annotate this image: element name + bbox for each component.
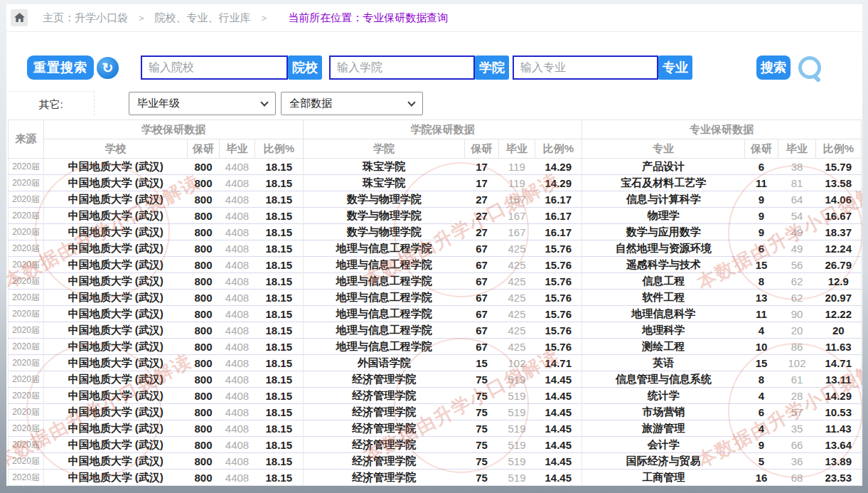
cell-college: 经济管理学院 — [304, 453, 465, 470]
school-search-button[interactable]: 院校 — [288, 55, 322, 80]
table-row: 2020届中国地质大学 (武汉)800440818.15地理与信息工程学院674… — [9, 290, 862, 306]
college-input[interactable] — [329, 55, 475, 80]
cell-school: 中国地质大学 (武汉) — [44, 257, 188, 273]
cell-c_ratio: 14.45 — [535, 420, 582, 437]
cell-major: 会计学 — [582, 437, 745, 453]
table-row: 2020届中国地质大学 (武汉)800440818.15数学与物理学院27167… — [9, 191, 862, 208]
cell-c_ratio: 14.45 — [535, 404, 582, 420]
cell-c_by: 75 — [465, 420, 499, 437]
cell-s_ratio: 18.15 — [255, 388, 304, 404]
cell-m_by: 4 — [745, 388, 778, 404]
cell-source: 2020届 — [9, 355, 44, 371]
cell-m_by: 9 — [745, 191, 778, 208]
cell-c_ratio: 15.76 — [535, 306, 582, 322]
cell-c_ratio: 15.76 — [535, 257, 582, 273]
cell-source: 2020届 — [9, 159, 44, 175]
cell-s_by: 800 — [188, 306, 220, 322]
cell-school: 中国地质大学 (武汉) — [44, 339, 188, 355]
cell-school: 中国地质大学 (武汉) — [44, 159, 188, 175]
table-row: 2020届中国地质大学 (武汉)800440818.15经济管理学院755191… — [9, 388, 862, 404]
cell-college: 数学与物理学院 — [304, 224, 465, 240]
cell-s_ratio: 18.15 — [255, 175, 304, 191]
cell-s_by: 800 — [188, 453, 220, 470]
table-row: 2020届中国地质大学 (武汉)800440818.15地理与信息工程学院674… — [9, 339, 862, 355]
cell-m_bi: 20 — [778, 322, 816, 339]
cell-s_by: 800 — [188, 404, 220, 420]
cell-m_bi: 90 — [778, 306, 816, 322]
cell-s_bi: 4408 — [220, 175, 255, 191]
cell-major: 旅游管理 — [582, 420, 745, 437]
cell-m_bi: 49 — [778, 224, 816, 240]
cell-c_bi: 519 — [499, 437, 535, 453]
refresh-icon[interactable]: ↻ — [97, 57, 119, 79]
cell-s_bi: 4408 — [220, 306, 255, 322]
cell-m_by: 4 — [745, 420, 778, 437]
cell-s_bi: 4408 — [220, 339, 255, 355]
table-row: 2020届中国地质大学 (武汉)800440818.15经济管理学院755191… — [9, 371, 862, 388]
cell-c_ratio: 16.17 — [535, 191, 582, 208]
cell-s_ratio: 18.15 — [255, 240, 304, 257]
table-row: 2020届中国地质大学 (武汉)800440818.15经济管理学院755191… — [9, 420, 862, 437]
cell-c_bi: 167 — [499, 208, 535, 224]
table-row: 2020届中国地质大学 (武汉)800440818.15经济管理学院755191… — [9, 453, 862, 470]
cell-c_by: 15 — [465, 355, 499, 371]
table-row: 2020届中国地质大学 (武汉)800440818.15地理与信息工程学院674… — [9, 322, 862, 339]
cell-s_by: 800 — [188, 470, 220, 486]
cell-school: 中国地质大学 (武汉) — [44, 240, 188, 257]
cell-m_by: 11 — [745, 306, 778, 322]
table-row: 2020届中国地质大学 (武汉)800440818.15外国语学院1510214… — [9, 355, 862, 371]
cell-c_by: 27 — [465, 224, 499, 240]
cell-s_ratio: 18.15 — [255, 339, 304, 355]
header-major-baoyan: 保研 — [745, 139, 778, 159]
cell-school: 中国地质大学 (武汉) — [44, 306, 188, 322]
search-button[interactable]: 搜索 — [756, 55, 791, 80]
cell-m_by: 8 — [745, 371, 778, 388]
cell-m_ratio: 13.64 — [816, 437, 862, 453]
school-input[interactable] — [141, 55, 288, 80]
breadcrumb-home[interactable]: 主页：升学小口袋 — [43, 11, 128, 25]
cell-m_by: 4 — [745, 322, 778, 339]
cell-s_bi: 4408 — [220, 404, 255, 420]
filter-row: 其它: 毕业年级 全部数据 — [8, 91, 862, 116]
cell-s_ratio: 18.15 — [255, 322, 304, 339]
cell-school: 中国地质大学 (武汉) — [44, 175, 188, 191]
header-college-baoyan: 保研 — [465, 139, 499, 159]
table-body: 2020届中国地质大学 (武汉)800440818.15珠宝学院1711914.… — [9, 159, 862, 486]
breadcrumb-current-location: 当前所在位置：专业保研数据查询 — [288, 11, 448, 25]
cell-source: 2020届 — [9, 437, 44, 453]
cell-s_by: 800 — [188, 224, 220, 240]
reset-search-button[interactable]: 重置搜索 — [27, 55, 94, 80]
header-college-biye: 毕业 — [499, 139, 535, 159]
cell-school: 中国地质大学 (武汉) — [44, 224, 188, 240]
cell-s_ratio: 18.15 — [255, 273, 304, 290]
results-table: 来源 学校保研数据 学院保研数据 专业保研数据 学校 保研 毕业 比例% 学院 … — [8, 120, 862, 486]
home-icon[interactable] — [11, 9, 28, 26]
breadcrumb-library[interactable]: 院校、专业、行业库 — [155, 11, 251, 25]
major-input[interactable] — [513, 55, 658, 80]
header-group-school: 学校保研数据 — [44, 120, 304, 139]
college-search-button[interactable]: 学院 — [475, 55, 509, 80]
cell-major: 英语 — [582, 355, 745, 371]
cell-m_bi: 35 — [778, 420, 816, 437]
other-filters-label: 其它: — [8, 91, 95, 116]
cell-c_ratio: 14.45 — [535, 388, 582, 404]
magnifier-icon[interactable] — [797, 55, 823, 80]
major-search-button[interactable]: 专业 — [658, 55, 692, 80]
header-school: 学校 — [44, 139, 188, 159]
cell-major: 宝石及材料工艺学 — [582, 175, 745, 191]
cell-c_bi: 519 — [499, 453, 535, 470]
cell-college: 地理与信息工程学院 — [304, 290, 465, 306]
data-scope-select[interactable]: 全部数据 — [281, 92, 423, 115]
cell-c_bi: 425 — [499, 290, 535, 306]
cell-school: 中国地质大学 (武汉) — [44, 290, 188, 306]
cell-c_bi: 167 — [499, 224, 535, 240]
cell-c_by: 75 — [465, 437, 499, 453]
cell-s_ratio: 18.15 — [255, 453, 304, 470]
cell-m_bi: 49 — [778, 240, 816, 257]
cell-m_by: 6 — [745, 159, 778, 175]
cell-source: 2020届 — [9, 208, 44, 224]
graduation-year-select[interactable]: 毕业年级 — [129, 92, 276, 115]
cell-source: 2020届 — [9, 371, 44, 388]
cell-school: 中国地质大学 (武汉) — [44, 437, 188, 453]
table-row: 2020届中国地质大学 (武汉)800440818.15珠宝学院1711914.… — [9, 159, 862, 175]
